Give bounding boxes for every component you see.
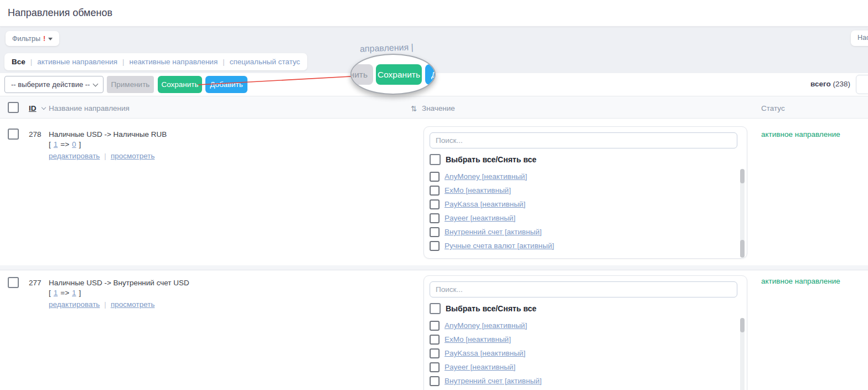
payment-option-link[interactable]: Payeer [неактивный] xyxy=(445,363,515,371)
total-value: (238) xyxy=(833,80,850,88)
option-checkbox[interactable] xyxy=(430,376,440,386)
row-checkbox[interactable] xyxy=(8,129,19,140)
payment-option-link[interactable]: Внутренний счет [активный] xyxy=(445,228,541,236)
link-separator: | xyxy=(104,152,106,160)
filters-button[interactable]: Фильтры ! xyxy=(6,31,59,46)
link-separator: | xyxy=(104,300,106,309)
select-all-option: Выбрать все/Снять все xyxy=(430,303,536,314)
pagination-box-cut[interactable] xyxy=(856,75,868,94)
edit-link[interactable]: редактировать xyxy=(49,300,100,309)
option-checkbox[interactable] xyxy=(430,199,440,209)
payment-option-link[interactable]: AnyMoney [неактивный] xyxy=(445,172,527,181)
filters-label: Фильтры xyxy=(12,35,40,43)
select-all-checkbox[interactable] xyxy=(430,154,441,165)
status-badge: активное направление xyxy=(761,130,840,138)
payment-option-row: ExMo [неактивный] xyxy=(430,183,735,197)
table-header: ID Название направления ⇅ Значение Стату… xyxy=(0,96,868,119)
option-checkbox[interactable] xyxy=(430,172,440,182)
row-id: 277 xyxy=(29,279,42,287)
payment-option-link[interactable]: Внутренний счет [активный] xyxy=(445,377,541,385)
bulk-action-select[interactable]: -- выберите действие -- xyxy=(4,76,104,93)
tab-active-directions[interactable]: активные направления xyxy=(37,58,117,66)
option-checkbox[interactable] xyxy=(430,321,440,331)
row-divider xyxy=(0,265,868,270)
payment-option-link[interactable]: Ручные счета валют [активный] xyxy=(445,242,554,250)
sort-caret-icon xyxy=(42,105,46,110)
status-badge: активное направление xyxy=(761,277,840,285)
select-all-checkbox[interactable] xyxy=(430,303,441,314)
mapping-from-link[interactable]: 1 xyxy=(54,289,58,297)
option-checkbox[interactable] xyxy=(430,335,440,345)
tab-inactive-directions[interactable]: неактивные направления xyxy=(130,58,218,66)
value-selector-card: Выбрать все/Снять все AnyMoney [неактивн… xyxy=(423,126,747,259)
tab-special-status[interactable]: специальный статус xyxy=(230,58,300,66)
payment-option-row: Внутренний счет [активный] xyxy=(430,225,735,239)
total-label: всего xyxy=(810,80,831,88)
magnifier-loupe: нить Сохранить Доб xyxy=(350,54,436,95)
row-actions: редактировать | просмотреть xyxy=(49,300,154,309)
payment-option-link[interactable]: PayKassa [неактивный] xyxy=(445,200,525,208)
direction-mapping: [ 1 => 0 ] xyxy=(49,140,81,148)
select-all-label: Выбрать все/Снять все xyxy=(446,304,536,313)
mapping-arrow: => xyxy=(60,140,69,148)
payment-option-link[interactable]: ExMo [неактивный] xyxy=(445,335,511,343)
option-checkbox[interactable] xyxy=(430,362,440,372)
scrollbar-thumb[interactable] xyxy=(740,169,745,183)
loupe-tab-text-fragment: аправления | xyxy=(360,42,414,54)
scrollbar-thumb[interactable] xyxy=(740,318,745,332)
view-link[interactable]: просмотреть xyxy=(111,152,155,160)
row-checkbox[interactable] xyxy=(8,277,19,288)
column-header-id[interactable]: ID xyxy=(29,104,37,112)
payment-option-row: ExMo [неактивный] xyxy=(430,332,735,346)
chevron-down-icon xyxy=(48,38,53,40)
scrollbar-thumb[interactable] xyxy=(740,240,745,258)
chevron-down-icon xyxy=(93,81,99,87)
option-checkbox[interactable] xyxy=(430,227,440,237)
save-button[interactable]: Сохранить xyxy=(158,76,202,93)
total-count: всего (238) xyxy=(764,80,850,88)
select-all-rows-checkbox[interactable] xyxy=(8,102,19,113)
settings-button[interactable]: Наст xyxy=(851,30,868,46)
row-id: 278 xyxy=(29,130,42,138)
payment-options-list: AnyMoney [неактивный]ExMo [неактивный]Pa… xyxy=(430,170,735,257)
payment-option-link[interactable]: Payeer [неактивный] xyxy=(445,214,515,222)
sort-icon[interactable]: ⇅ xyxy=(411,104,417,113)
scrollbar[interactable] xyxy=(740,318,745,390)
row-actions: редактировать | просмотреть xyxy=(49,152,154,160)
mapping-to-link[interactable]: 1 xyxy=(72,289,76,297)
tab-all[interactable]: Все xyxy=(12,58,25,66)
table-row: 278 Наличные USD -> Наличные RUB [ 1 => … xyxy=(0,119,868,265)
select-all-label: Выбрать все/Снять все xyxy=(446,155,536,164)
option-checkbox[interactable] xyxy=(430,348,440,358)
payment-option-row: Ручные счета валют [активный] xyxy=(430,239,735,253)
option-checkbox[interactable] xyxy=(430,213,440,223)
loupe-apply-button-fragment: нить xyxy=(350,64,373,85)
add-button[interactable]: Добавить xyxy=(205,76,247,93)
search-input[interactable] xyxy=(430,132,737,148)
payment-option-row: Payeer [неактивный] xyxy=(430,360,735,374)
payment-option-row: Ручные счета валют [активный] xyxy=(430,388,735,390)
payment-option-link[interactable]: ExMo [неактивный] xyxy=(445,186,511,194)
mapping-to-link[interactable]: 0 xyxy=(72,140,76,148)
filters-alert-badge: ! xyxy=(43,35,45,43)
direction-name: Наличные USD -> Наличные RUB xyxy=(49,130,167,138)
mapping-from-link[interactable]: 1 xyxy=(54,140,58,148)
payment-option-link[interactable]: AnyMoney [неактивный] xyxy=(445,321,527,330)
edit-link[interactable]: редактировать xyxy=(49,152,100,160)
view-link[interactable]: просмотреть xyxy=(111,300,155,309)
scrollbar[interactable] xyxy=(740,169,745,258)
direction-mapping: [ 1 => 1 ] xyxy=(49,289,81,297)
direction-name: Наличные USD -> Внутренний счет USD xyxy=(49,279,189,287)
search-input[interactable] xyxy=(430,281,737,297)
payment-option-link[interactable]: PayKassa [неактивный] xyxy=(445,349,525,357)
column-header-name: Название направления xyxy=(49,104,130,112)
tab-separator: | xyxy=(223,58,225,66)
payment-option-row: AnyMoney [неактивный] xyxy=(430,170,735,183)
payment-option-row: PayKassa [неактивный] xyxy=(430,346,735,360)
value-selector-card: Выбрать все/Снять все AnyMoney [неактивн… xyxy=(423,275,747,390)
bracket: ] xyxy=(79,289,81,297)
apply-button[interactable]: Применить xyxy=(107,76,154,93)
loupe-save-button: Сохранить xyxy=(376,64,422,85)
option-checkbox[interactable] xyxy=(430,186,440,196)
option-checkbox[interactable] xyxy=(430,241,440,251)
